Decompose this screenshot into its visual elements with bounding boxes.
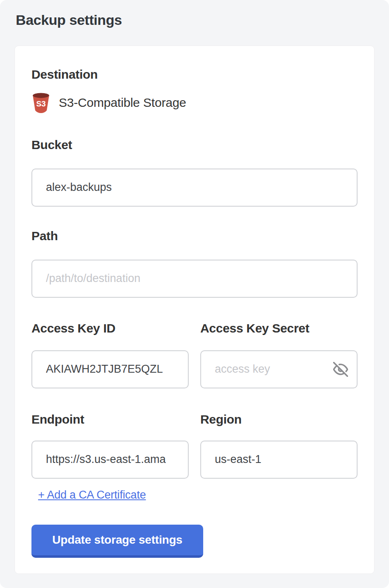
endpoint-input[interactable] bbox=[31, 441, 189, 479]
destination-label: Destination bbox=[31, 67, 358, 82]
bucket-input[interactable] bbox=[31, 169, 358, 207]
endpoint-field: Endpoint bbox=[31, 412, 189, 479]
path-input[interactable] bbox=[31, 260, 358, 298]
add-ca-certificate-link[interactable]: + Add a CA Certificate bbox=[38, 489, 146, 501]
s3-bucket-icon: S3 bbox=[31, 92, 50, 113]
eye-off-icon bbox=[333, 362, 348, 377]
endpoint-region-row: Endpoint Region bbox=[31, 412, 358, 479]
destination-value: S3-Compatible Storage bbox=[59, 96, 186, 110]
access-key-secret-input-wrap bbox=[200, 350, 358, 388]
access-key-secret-field: Access Key Secret bbox=[200, 321, 358, 388]
toggle-secret-visibility-button[interactable] bbox=[333, 361, 348, 377]
region-input[interactable] bbox=[200, 441, 358, 479]
backup-settings-card: Destination S3 S3-Compatible Storage Buc… bbox=[14, 46, 375, 574]
backup-settings-page: Backup settings Destination S3 S3-Compat… bbox=[0, 0, 389, 588]
region-label: Region bbox=[200, 412, 358, 427]
access-key-secret-label: Access Key Secret bbox=[200, 321, 358, 335]
access-key-id-label: Access Key ID bbox=[31, 321, 189, 335]
path-label: Path bbox=[31, 229, 358, 243]
bucket-field: Bucket bbox=[31, 138, 358, 207]
update-storage-settings-button[interactable]: Update storage settings bbox=[31, 525, 203, 558]
page-title: Backup settings bbox=[0, 0, 389, 29]
bucket-label: Bucket bbox=[31, 138, 358, 152]
endpoint-label: Endpoint bbox=[31, 412, 189, 427]
access-key-id-field: Access Key ID bbox=[31, 321, 189, 388]
region-field: Region bbox=[200, 412, 358, 479]
svg-text:S3: S3 bbox=[36, 99, 46, 108]
path-field: Path bbox=[31, 229, 358, 298]
access-keys-row: Access Key ID Access Key Secret bbox=[31, 321, 358, 388]
destination-value-row: S3 S3-Compatible Storage bbox=[31, 92, 358, 113]
access-key-id-input[interactable] bbox=[31, 350, 189, 388]
